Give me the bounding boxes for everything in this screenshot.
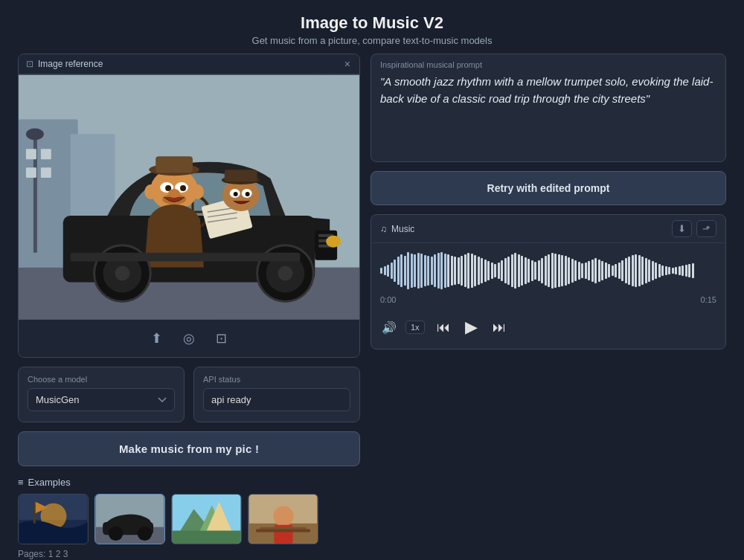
waveform-bar — [420, 254, 423, 288]
waveform-bar — [675, 267, 677, 274]
api-label: API status — [203, 375, 350, 384]
waveform-bar — [474, 255, 476, 286]
waveform-bar — [652, 261, 654, 280]
music-player: ♫ Music ⬇ ⬏ 0:00 0:15 — [371, 214, 726, 350]
waveform-bar — [692, 263, 694, 278]
waveform-bar — [625, 258, 627, 283]
examples-label: Examples — [28, 477, 71, 488]
example-thumb-4[interactable] — [248, 494, 318, 544]
image-area — [19, 74, 359, 320]
waveform-bar — [588, 261, 590, 280]
waveform-bar — [545, 256, 547, 286]
music-note-icon: ♫ — [380, 224, 387, 234]
svg-rect-21 — [155, 156, 193, 173]
player-header: ♫ Music ⬇ ⬏ — [371, 215, 725, 243]
svg-point-27 — [168, 189, 180, 198]
waveform-bar — [618, 263, 620, 279]
time-end: 0:15 — [701, 295, 716, 304]
waveform-bar — [434, 254, 436, 287]
page-subtitle: Get music from a picture, compare text-t… — [18, 35, 726, 46]
waveform-bar — [615, 264, 617, 277]
retry-button[interactable]: Retry with edited prompt — [371, 171, 726, 205]
example-thumb-3[interactable] — [171, 494, 242, 544]
examples-section: ≡ Examples — [18, 477, 360, 559]
svg-point-4 — [26, 128, 44, 140]
rewind-button[interactable]: ⏮ — [434, 317, 453, 338]
volume-button[interactable]: 🔊 — [382, 321, 397, 335]
svg-rect-51 — [33, 502, 36, 524]
image-reference-text: Image reference — [38, 59, 103, 69]
copy-button[interactable]: ⊡ — [213, 327, 230, 350]
svg-rect-7 — [26, 167, 36, 178]
player-title-label: Music — [391, 224, 414, 234]
waveform-bar — [494, 264, 496, 277]
waveform-bar — [594, 258, 597, 283]
waveform-bar — [641, 257, 644, 285]
waveform-bar — [581, 263, 583, 278]
image-reference-label: ⊡ Image reference — [26, 59, 103, 69]
image-reference-header: ⊡ Image reference × — [19, 54, 359, 74]
download-button[interactable]: ⬇ — [672, 220, 692, 237]
waveform-bar — [621, 260, 623, 281]
player-title: ♫ Music — [380, 224, 414, 234]
prompt-box: Inspirational musical prompt — [371, 54, 726, 162]
waveform-bar — [527, 259, 530, 283]
waveform-bar — [591, 260, 594, 282]
upload-button[interactable]: ⬆ — [148, 327, 165, 350]
waveform-bar — [454, 257, 456, 285]
waveform-bar — [668, 267, 670, 274]
svg-rect-6 — [41, 149, 51, 159]
waveform-bar — [661, 265, 664, 276]
example-thumb-2[interactable] — [94, 494, 165, 544]
waveform-bar — [511, 254, 513, 287]
close-image-button[interactable]: × — [343, 59, 352, 69]
waveform-bar — [491, 263, 493, 279]
waveform-bar — [504, 258, 507, 283]
waveform-bar — [481, 258, 483, 283]
waveform-bar — [484, 260, 487, 282]
waveform-bar — [605, 263, 607, 279]
waveform-bar — [679, 266, 681, 275]
waveform-bar — [574, 260, 577, 281]
svg-point-39 — [234, 192, 238, 196]
svg-rect-58 — [172, 531, 240, 544]
prompt-textarea[interactable] — [371, 69, 725, 158]
svg-rect-47 — [71, 253, 301, 262]
waveform-bar — [427, 256, 429, 286]
speed-button[interactable]: 1x — [405, 321, 425, 334]
share-button[interactable]: ⬏ — [696, 220, 716, 237]
waveform-bar — [554, 254, 557, 288]
waveform-bar — [397, 257, 400, 285]
waveform-bar — [514, 253, 516, 289]
example-thumb-1[interactable] — [18, 494, 89, 544]
waveform-bar — [521, 256, 523, 286]
waveform-bar — [558, 254, 560, 287]
waveform-bar — [437, 253, 440, 289]
model-group: Choose a model MusicGen — [18, 367, 185, 422]
page-header: Image to Music V2 Get music from a pictu… — [18, 13, 726, 46]
fast-forward-button[interactable]: ⏭ — [490, 317, 509, 338]
model-label: Choose a model — [28, 375, 175, 384]
make-music-button[interactable]: Make music from my pic ! — [18, 431, 360, 466]
waveform-area[interactable] — [371, 243, 725, 295]
examples-grid — [18, 494, 360, 544]
play-button[interactable]: ▶ — [462, 315, 481, 340]
image-controls: ⬆ ◎ ⊡ — [19, 320, 359, 357]
waveform-bar — [578, 262, 580, 280]
waveform-bar — [672, 268, 674, 274]
waveform-bar — [688, 264, 690, 277]
api-group: API status — [193, 367, 360, 422]
svg-point-55 — [109, 527, 123, 541]
webcam-button[interactable]: ◎ — [180, 327, 198, 350]
waveform-bar — [487, 261, 490, 280]
waveform-bar — [561, 255, 563, 286]
player-actions: ⬇ ⬏ — [672, 220, 716, 237]
pages-label: Pages: 1 2 3 — [18, 549, 360, 559]
model-select[interactable]: MusicGen — [28, 388, 175, 411]
waveform-bar — [404, 256, 406, 286]
waveform-bar — [400, 254, 403, 287]
waveform-bar — [417, 253, 420, 289]
waveform-bar — [571, 259, 574, 283]
time-row: 0:00 0:15 — [371, 295, 725, 309]
waveform-bar — [471, 254, 473, 288]
